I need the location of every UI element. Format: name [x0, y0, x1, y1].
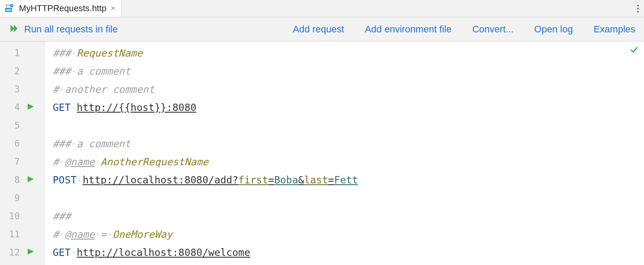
run-request-icon[interactable]	[28, 104, 34, 111]
run-all-icon[interactable]	[9, 23, 20, 36]
convert-link[interactable]: Convert...	[472, 24, 513, 35]
examples-link[interactable]: Examples	[593, 24, 635, 35]
code-line	[53, 117, 644, 135]
line-number: 7	[8, 157, 20, 167]
code-line: #·@name·AnotherRequestName	[53, 153, 644, 171]
line-number: 9	[8, 193, 20, 203]
inspection-ok-icon[interactable]	[629, 45, 639, 56]
line-number: 4	[8, 102, 20, 113]
open-log-link[interactable]: Open log	[534, 24, 573, 35]
code-line	[53, 189, 644, 207]
code-line: ###	[53, 207, 644, 225]
add-env-link[interactable]: Add environment file	[365, 24, 452, 35]
gutter: 1 2 3 4 5 6 7 8 9 10 11 12	[0, 41, 45, 265]
code-line: POST·http://localhost:8080/add?first=Bob…	[53, 171, 644, 189]
close-icon[interactable]: ×	[111, 4, 115, 13]
api-file-icon: API	[5, 4, 15, 13]
code-line: GET·http://localhost:8080/welcome	[53, 243, 644, 262]
editor: 1 2 3 4 5 6 7 8 9 10 11 12 ###·RequestNa…	[0, 41, 644, 265]
line-number: 1	[8, 48, 20, 58]
line-number: 11	[8, 229, 20, 240]
code-line: #·@name·=·OneMoreWay	[53, 225, 644, 243]
line-number: 6	[8, 139, 20, 149]
code-area[interactable]: ###·RequestName ###·a comment #·another …	[45, 41, 644, 265]
code-line: GET·http://{{host}}:8080	[53, 98, 644, 117]
line-number: 2	[8, 66, 20, 76]
run-request-icon[interactable]	[28, 176, 34, 184]
tab-bar: API MyHTTPRequests.http ×	[0, 0, 644, 17]
line-number: 10	[8, 211, 20, 221]
toolbar: Run all requests in file Add request Add…	[0, 17, 644, 41]
tab-filename: MyHTTPRequests.http	[19, 3, 106, 13]
line-number: 5	[8, 120, 20, 131]
add-request-link[interactable]: Add request	[293, 24, 344, 35]
code-line: ###·RequestName	[53, 44, 644, 62]
svg-text:API: API	[6, 9, 11, 12]
code-line: ###·a comment	[53, 62, 644, 80]
code-line: #·another comment	[53, 80, 644, 98]
file-tab[interactable]: API MyHTTPRequests.http ×	[0, 0, 122, 17]
line-number: 8	[8, 175, 20, 185]
kebab-menu-icon[interactable]	[637, 5, 639, 13]
code-line: ###·a comment	[53, 135, 644, 153]
run-request-icon[interactable]	[28, 249, 34, 256]
line-number: 3	[8, 84, 20, 95]
run-all-link[interactable]: Run all requests in file	[24, 24, 118, 35]
line-number: 12	[8, 247, 20, 258]
